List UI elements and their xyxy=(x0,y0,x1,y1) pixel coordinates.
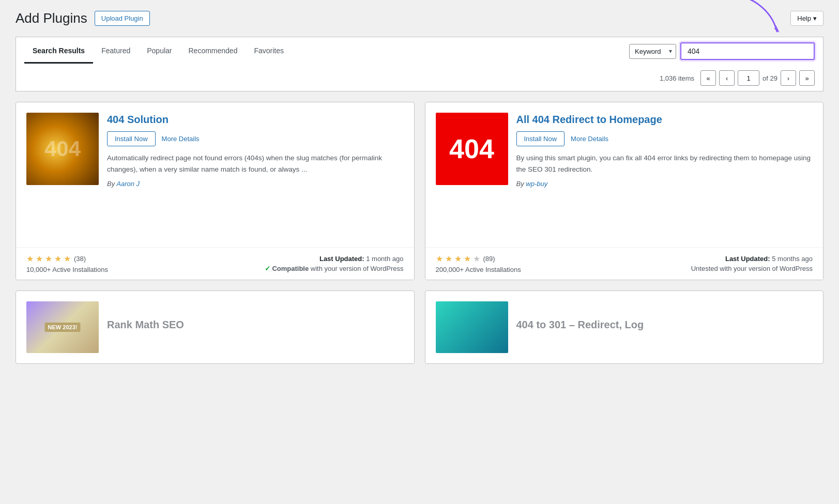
card-footer: ★ ★ ★ ★ ★ (38) 10,000+ Active Installati… xyxy=(16,247,414,280)
prev-page-button[interactable]: ‹ xyxy=(719,70,735,86)
plugin-author: By Aaron J xyxy=(107,180,404,188)
plugin-icon-rankmath: NEW 2023! xyxy=(26,301,99,353)
next-page-button[interactable]: › xyxy=(781,70,796,86)
star-4: ★ xyxy=(464,254,471,264)
tab-recommended[interactable]: Recommended xyxy=(180,39,246,64)
star-2: ★ xyxy=(36,254,43,264)
active-installs: 200,000+ Active Installations xyxy=(436,266,521,273)
last-page-button[interactable]: » xyxy=(799,70,815,86)
card-main: 404 404 Solution Install Now More Detail… xyxy=(16,102,414,247)
author-link[interactable]: wp-buy xyxy=(526,180,547,188)
icon-text: 404 xyxy=(44,136,81,161)
stars-row: ★ ★ ★ ★ ★ (38) xyxy=(26,254,108,264)
card-main: 404 All 404 Redirect to Homepage Install… xyxy=(425,102,823,247)
plugin-card-all404redirect: 404 All 404 Redirect to Homepage Install… xyxy=(425,102,824,280)
card-footer: ★ ★ ★ ★ ★ (89) 200,000+ Active Installat… xyxy=(425,247,823,280)
plugin-info: Rank Math SEO xyxy=(107,318,404,337)
keyword-wrapper: Keyword Author Tag xyxy=(629,44,676,59)
star-1: ★ xyxy=(436,254,443,264)
last-updated: Last Updated: 1 month ago xyxy=(265,255,404,263)
total-pages: of 29 xyxy=(762,74,777,82)
star-5: ★ xyxy=(64,254,71,264)
new-badge: NEW 2023! xyxy=(45,323,81,332)
first-page-button[interactable]: « xyxy=(700,70,716,86)
plugin-name: All 404 Redirect to Homepage xyxy=(516,113,813,126)
compatibility-badge: ✓ Compatible with your version of WordPr… xyxy=(265,265,404,272)
more-details-link[interactable]: More Details xyxy=(162,135,200,143)
plugin-name: Rank Math SEO xyxy=(107,318,404,331)
footer-right: Last Updated: 5 months ago Untested with… xyxy=(691,255,813,272)
tabs-bar: Search Results Featured Popular Recommen… xyxy=(16,37,823,65)
star-5-empty: ★ xyxy=(473,254,480,264)
plugin-icon-404solution: 404 xyxy=(26,113,99,185)
compatibility-badge: Untested with your version of WordPress xyxy=(691,265,813,272)
stars-row: ★ ★ ★ ★ ★ (89) xyxy=(436,254,521,264)
plugin-name: 404 Solution xyxy=(107,113,404,126)
tab-popular[interactable]: Popular xyxy=(139,39,180,64)
search-type-select[interactable]: Keyword Author Tag xyxy=(629,44,676,59)
star-3: ★ xyxy=(454,254,462,264)
active-installs: 10,000+ Active Installations xyxy=(26,266,108,273)
header-left: Add Plugins Upload Plugin xyxy=(16,10,150,26)
footer-left: ★ ★ ★ ★ ★ (89) 200,000+ Active Installat… xyxy=(436,254,521,273)
icon-text: 404 xyxy=(449,133,494,164)
tabs-nav: Search Results Featured Popular Recommen… xyxy=(24,39,292,64)
rating-count: (38) xyxy=(74,255,86,263)
plugin-author: By wp-buy xyxy=(516,180,813,188)
footer-left: ★ ★ ★ ★ ★ (38) 10,000+ Active Installati… xyxy=(26,254,108,273)
plugin-info: 404 to 301 – Redirect, Log xyxy=(516,318,813,337)
install-now-button[interactable]: Install Now xyxy=(107,131,156,146)
more-details-link[interactable]: More Details xyxy=(571,135,608,143)
tab-search-results[interactable]: Search Results xyxy=(24,39,93,64)
plugin-actions: Install Now More Details xyxy=(107,131,404,146)
tab-favorites[interactable]: Favorites xyxy=(246,39,292,64)
chevron-down-icon: ▾ xyxy=(813,14,817,22)
footer-right: Last Updated: 1 month ago ✓ Compatible w… xyxy=(265,255,404,272)
plugin-info: 404 Solution Install Now More Details Au… xyxy=(107,113,404,237)
plugin-card-404solution: 404 404 Solution Install Now More Detail… xyxy=(16,102,415,280)
page-header: Add Plugins Upload Plugin Help ▾ xyxy=(16,10,823,26)
help-button[interactable]: Help ▾ xyxy=(790,11,823,26)
plugin-card-rankmath: NEW 2023! Rank Math SEO xyxy=(16,291,415,364)
plugin-description: Automatically redirect page not found er… xyxy=(107,152,404,175)
star-2: ★ xyxy=(445,254,452,264)
tabs-wrapper: Search Results Featured Popular Recommen… xyxy=(16,37,823,91)
svg-marker-0 xyxy=(774,25,780,33)
star-4: ★ xyxy=(54,254,62,264)
check-icon: ✓ xyxy=(265,265,270,272)
search-input[interactable] xyxy=(680,42,815,60)
search-area: Keyword Author Tag xyxy=(629,37,815,65)
install-now-button[interactable]: Install Now xyxy=(516,131,565,146)
last-updated: Last Updated: 5 months ago xyxy=(691,255,813,263)
page-title: Add Plugins xyxy=(16,10,87,26)
plugins-grid: 404 404 Solution Install Now More Detail… xyxy=(16,102,823,364)
pagination-bar: 1,036 items « ‹ of 29 › » xyxy=(16,65,823,91)
star-1: ★ xyxy=(26,254,34,264)
author-link[interactable]: Aaron J xyxy=(116,180,140,188)
upload-plugin-button[interactable]: Upload Plugin xyxy=(95,11,150,26)
rating-count: (89) xyxy=(483,255,495,263)
plugin-icon-all404redirect: 404 xyxy=(436,113,508,185)
plugin-actions: Install Now More Details xyxy=(516,131,813,146)
tab-featured[interactable]: Featured xyxy=(93,39,139,64)
plugin-description: By using this smart plugin, you can fix … xyxy=(516,152,813,175)
card-main: NEW 2023! Rank Math SEO xyxy=(16,291,414,363)
star-3: ★ xyxy=(45,254,52,264)
plugin-icon-404to301 xyxy=(436,301,508,353)
plugin-name: 404 to 301 – Redirect, Log xyxy=(516,318,813,331)
card-main: 404 to 301 – Redirect, Log xyxy=(425,291,823,363)
items-count: 1,036 items xyxy=(660,74,694,82)
current-page-input[interactable] xyxy=(738,70,759,86)
plugin-card-404to301: 404 to 301 – Redirect, Log xyxy=(425,291,824,364)
plugin-info: All 404 Redirect to Homepage Install Now… xyxy=(516,113,813,237)
